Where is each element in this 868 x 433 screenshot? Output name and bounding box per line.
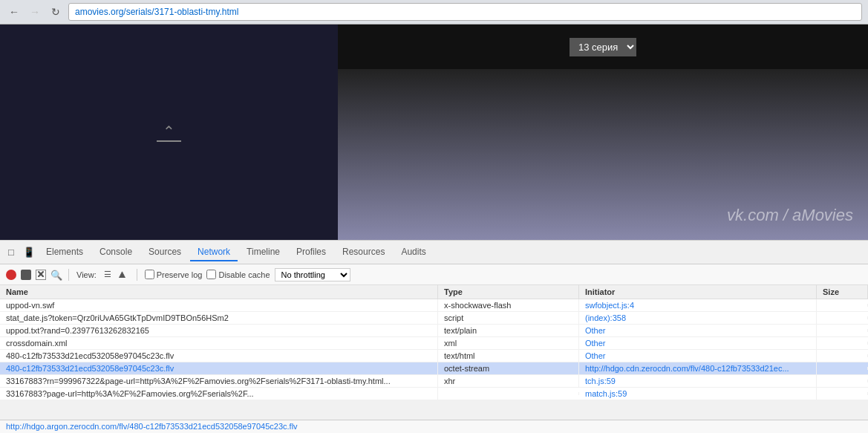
url-preview-bar: http://hdgo.argon.zerocdn.com/flv/480-c1… [0, 420, 868, 433]
table-row[interactable]: uppod.txt?rand=0.23977613262832165 text/… [0, 325, 868, 337]
tab-elements[interactable]: Elements [39, 244, 91, 261]
video-top: 13 серия [338, 25, 868, 69]
clear-button[interactable]: 🗙 [36, 270, 46, 280]
row-6-name: 33167883?rn=999967322&page-url=http%3A%2… [0, 375, 438, 387]
col-header-name: Name [0, 285, 438, 299]
row-2-initiator: Other [579, 325, 817, 336]
row-5-initiator[interactable]: http://hdgo.cdn.zerocdn.com/flv/480-c12f… [579, 362, 817, 374]
row-1-name: stat_date.js?token=Qrz0riUvA65GtkTpDvmID… [0, 312, 438, 324]
forward-button[interactable]: → [27, 4, 43, 20]
device-mode-button[interactable]: 📱 [21, 244, 37, 261]
list-view-button[interactable]: ☰ [101, 269, 114, 281]
row-5-size [817, 367, 868, 370]
inspect-element-button[interactable]: □ [3, 244, 19, 261]
disable-cache-checkbox[interactable] [206, 270, 216, 279]
row-1-size [817, 316, 868, 319]
row-4-initiator: Other [579, 350, 817, 362]
devtools-tabs: □ 📱 Elements Console Sources Network Tim… [0, 241, 868, 264]
row-7-name: 33167883?page-url=http%3A%2F%2Famovies.o… [0, 388, 438, 400]
separator-1 [68, 269, 69, 281]
stop-button[interactable]: ● [21, 270, 31, 280]
row-6-type: xhr [438, 375, 579, 387]
table-row[interactable]: stat_date.js?token=Qrz0riUvA65GtkTpDvmID… [0, 312, 868, 325]
tab-network[interactable]: Network [190, 244, 238, 261]
grid-view-button[interactable]: ⯅ [116, 269, 129, 281]
row-2-size [817, 329, 868, 332]
row-3-type: xml [438, 337, 579, 349]
record-button[interactable] [6, 270, 16, 280]
devtools-panel: □ 📱 Elements Console Sources Network Tim… [0, 240, 868, 400]
tab-profiles[interactable]: Profiles [289, 244, 333, 261]
table-row[interactable]: crossdomain.xml xml Other [0, 337, 868, 350]
network-toolbar: ● 🗙 🔍 View: ☰ ⯅ Preserve log Disable cac… [0, 264, 868, 285]
row-2-type: text/plain [438, 325, 579, 336]
table-row[interactable]: 480-c12fb73533d21ecd532058e97045c23c.flv… [0, 362, 868, 375]
col-header-initiator: Initiator [579, 285, 817, 299]
table-row[interactable]: uppod-vn.swf x-shockwave-flash swfobject… [0, 299, 868, 312]
view-toggle: ☰ ⯅ [101, 269, 129, 281]
row-4-type: text/html [438, 350, 579, 362]
table-row[interactable]: 480-c12fb73533d21ecd532058e97045c23c.flv… [0, 350, 868, 362]
table-row[interactable]: 33167883?page-url=http%3A%2F%2Famovies.o… [0, 388, 868, 400]
row-1-type: script [438, 312, 579, 324]
row-0-size [817, 304, 868, 307]
row-7-initiator[interactable]: match.js:59 [579, 388, 817, 400]
reload-button[interactable]: ↻ [48, 4, 64, 20]
back-button[interactable]: ← [6, 4, 22, 20]
throttle-select[interactable]: No throttling [275, 268, 350, 281]
row-4-size [817, 354, 868, 357]
col-header-type: Type [438, 285, 579, 299]
row-0-name: uppod-vn.swf [0, 299, 438, 311]
row-0-type: x-shockwave-flash [438, 299, 579, 311]
row-5-type: octet-stream [438, 362, 579, 374]
row-6-size [817, 380, 868, 382]
row-3-size [817, 342, 868, 345]
filter-button[interactable]: 🔍 [50, 270, 61, 280]
tab-sources[interactable]: Sources [141, 244, 189, 261]
network-table: Name Type Initiator Size uppod-vn.swf x-… [0, 285, 868, 400]
tab-resources[interactable]: Resources [335, 244, 392, 261]
row-0-initiator[interactable]: swfobject.js:4 [579, 299, 817, 311]
separator-2 [137, 269, 137, 281]
chevron-up-icon: ⌃ [157, 123, 181, 142]
row-4-name: 480-c12fb73533d21ecd532058e97045c23c.flv [0, 350, 438, 362]
row-2-name: uppod.txt?rand=0.23977613262832165 [0, 325, 438, 336]
browser-chrome: ← → ↻ amovies.org/serials/3171-oblasti-t… [0, 0, 868, 25]
table-header: Name Type Initiator Size [0, 285, 868, 299]
col-header-size: Size [817, 285, 868, 299]
preserve-log-label[interactable]: Preserve log [145, 270, 203, 279]
row-3-initiator: Other [579, 337, 817, 349]
episode-dropdown[interactable]: 13 серия [570, 38, 636, 56]
tab-audits[interactable]: Audits [394, 244, 433, 261]
table-row[interactable]: 33167883?rn=999967322&page-url=http%3A%2… [0, 375, 868, 388]
row-1-initiator[interactable]: (index):358 [579, 312, 817, 324]
row-3-name: crossdomain.xml [0, 337, 438, 349]
preserve-log-checkbox[interactable] [145, 270, 154, 279]
address-bar[interactable]: amovies.org/serials/3171-oblasti-tmy.htm… [68, 3, 862, 21]
left-panel: ⌃ [0, 25, 338, 240]
watermark: vk.com / aMovies [727, 206, 853, 225]
tab-console[interactable]: Console [92, 244, 140, 261]
url-text: amovies.org/serials/3171-oblasti-tmy.htm… [75, 7, 239, 17]
row-6-initiator[interactable]: tch.js:59 [579, 375, 817, 387]
disable-cache-label[interactable]: Disable cache [206, 270, 270, 279]
video-panel: 13 серия vk.com / aMovies [338, 25, 868, 240]
browser-toolbar: ← → ↻ amovies.org/serials/3171-oblasti-t… [0, 0, 868, 24]
tab-timeline[interactable]: Timeline [239, 244, 287, 261]
page-content: ⌃ 13 серия vk.com / aMovies [0, 25, 868, 240]
view-label: View: [76, 270, 97, 279]
row-5-name[interactable]: 480-c12fb73533d21ecd532058e97045c23c.flv [0, 362, 438, 374]
row-7-size [817, 392, 868, 395]
row-7-type [438, 392, 579, 395]
